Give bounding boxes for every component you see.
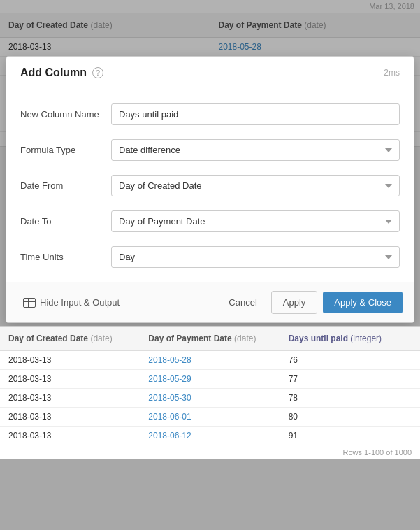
cancel-button[interactable]: Cancel [220,292,265,313]
formula-type-control: Date difference Date add Date subtract [111,139,400,161]
date-to-label: Date To [20,216,111,227]
form-row-formula-type: Formula Type Date difference Date add Da… [20,139,400,161]
apply-close-button[interactable]: Apply & Close [323,292,403,313]
formula-type-label: Formula Type [20,145,111,155]
table-row: 2018-03-13 2018-05-28 76 [0,351,420,370]
column-name-control [111,103,400,125]
date-from-label: Date From [20,180,111,191]
modal-overlay: Add Column ? 2ms New Column Name Formula… [0,0,420,530]
modal-title: Add Column [20,66,87,79]
modal-footer: Hide Input & Output Cancel Apply Apply &… [6,282,414,322]
bottom-col-created: Day of Created Date (date) [0,331,140,346]
modal-body: New Column Name Formula Type Date differ… [6,89,414,282]
modal-header: Add Column ? 2ms [6,57,414,89]
form-row-time-units: Time Units Day Week Month Year [20,246,400,268]
hide-input-output-button[interactable]: Hide Input & Output [17,294,125,310]
table-row: 2018-03-13 2018-05-30 78 [0,389,420,408]
date-to-select[interactable]: Day of Created Date Day of Payment Date [111,210,400,232]
formula-type-select[interactable]: Date difference Date add Date subtract [111,139,400,161]
form-row-date-to: Date To Day of Created Date Day of Payme… [20,210,400,232]
add-column-modal: Add Column ? 2ms New Column Name Formula… [6,56,414,323]
table-row: 2018-03-13 2018-06-01 80 [0,408,420,427]
hide-label: Hide Input & Output [40,297,120,308]
date-from-control: Day of Created Date Day of Payment Date [111,175,400,196]
modal-title-area: Add Column ? [20,66,103,79]
apply-button[interactable]: Apply [271,291,318,314]
column-name-label: New Column Name [20,109,111,120]
time-units-select[interactable]: Day Week Month Year [111,246,400,268]
modal-timing: 2ms [384,68,400,78]
bottom-table-header: Day of Created Date (date) Day of Paymen… [0,327,420,351]
table-row: 2018-03-13 2018-06-12 91 [0,427,420,445]
time-units-control: Day Week Month Year [111,246,400,268]
footer-right: Cancel Apply Apply & Close [220,291,403,314]
help-icon[interactable]: ? [92,67,103,78]
date-from-select[interactable]: Day of Created Date Day of Payment Date [111,175,400,196]
table-icon [23,298,36,308]
table-row: 2018-03-13 2018-05-29 77 [0,370,420,389]
date-to-control: Day of Created Date Day of Payment Date [111,210,400,232]
bottom-table: Day of Created Date (date) Day of Paymen… [0,326,420,459]
bottom-col-payment: Day of Payment Date (date) [140,331,280,346]
bottom-col-diff: Days until paid (integer) [280,331,420,346]
form-row-column-name: New Column Name [20,103,400,125]
footer-left: Hide Input & Output [17,294,125,310]
column-name-input[interactable] [111,103,400,125]
time-units-label: Time Units [20,252,111,262]
bottom-rows-info: Rows 1-100 of 1000 [0,445,420,459]
form-row-date-from: Date From Day of Created Date Day of Pay… [20,175,400,196]
